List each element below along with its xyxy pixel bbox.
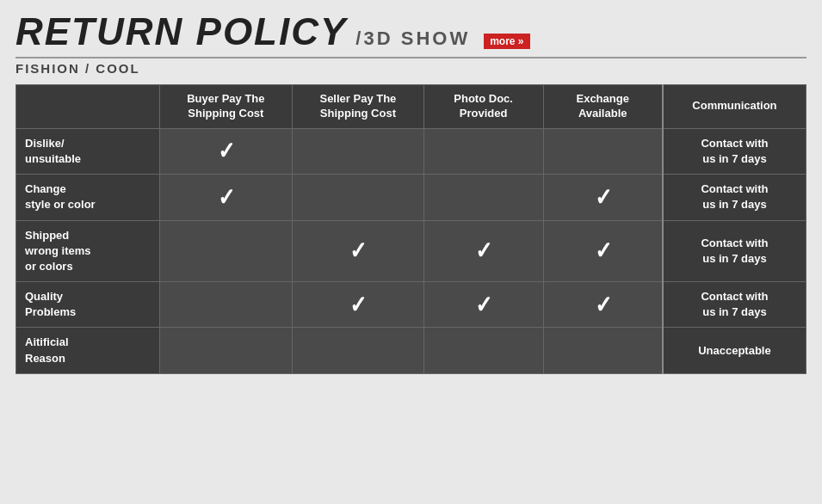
checkmark-icon: ✓: [594, 237, 611, 265]
cell-communication: Contact withus in 7 days: [663, 175, 807, 220]
table-row: Dislike/unsuitable✓Contact withus in 7 d…: [16, 128, 807, 174]
th-communication: Communication: [663, 85, 807, 129]
cell-communication: Contact withus in 7 days: [663, 128, 807, 174]
cell-exchange: ✓: [543, 282, 663, 328]
cell-buyer_pay: [159, 328, 293, 373]
row-label-cell: QualityProblems: [16, 282, 160, 328]
th-empty: [16, 85, 160, 129]
cell-exchange: ✓: [543, 220, 663, 282]
checkmark-icon: ✓: [349, 291, 367, 319]
cell-seller_pay: ✓: [293, 220, 424, 282]
checkmark-icon: ✓: [475, 291, 492, 319]
checkmark-icon: ✓: [218, 137, 235, 165]
th-seller-pay: Seller Pay TheShipping Cost: [293, 85, 424, 129]
cell-photo_doc: [423, 175, 543, 220]
cell-seller_pay: [293, 328, 424, 373]
row-label-cell: AitificialReason: [16, 328, 160, 373]
page-title-sub: /3D SHOW: [355, 28, 470, 50]
cell-exchange: [543, 128, 663, 174]
page-wrapper: RETURN POLICY /3D SHOW more » FISHION / …: [0, 0, 822, 504]
row-label-cell: Shippedwrong itemsor colors: [16, 220, 160, 282]
cell-buyer_pay: ✓: [159, 128, 293, 174]
cell-exchange: [543, 328, 663, 373]
cell-communication: Unacceptable: [663, 328, 807, 373]
header: RETURN POLICY /3D SHOW more »: [15, 10, 807, 53]
cell-photo_doc: [423, 328, 543, 373]
checkmark-icon: ✓: [594, 291, 611, 319]
th-buyer-pay: Buyer Pay TheShipping Cost: [159, 85, 293, 129]
row-label-cell: Dislike/unsuitable: [16, 128, 160, 174]
checkmark-icon: ✓: [475, 237, 492, 265]
checkmark-icon: ✓: [594, 183, 611, 212]
cell-seller_pay: [293, 175, 424, 220]
th-exchange: ExchangeAvailable: [543, 85, 663, 129]
cell-buyer_pay: [159, 220, 293, 282]
cell-communication: Contact withus in 7 days: [663, 282, 807, 328]
checkmark-icon: ✓: [218, 183, 235, 212]
header-subtitle: FISHION / COOL: [15, 57, 807, 76]
table-row: AitificialReasonUnacceptable: [16, 328, 807, 373]
cell-exchange: ✓: [543, 175, 663, 220]
policy-table: Buyer Pay TheShipping Cost Seller Pay Th…: [15, 84, 807, 374]
cell-photo_doc: ✓: [423, 220, 543, 282]
cell-photo_doc: [423, 128, 543, 174]
page-title-main: RETURN POLICY: [15, 10, 347, 53]
row-label-cell: Changestyle or color: [16, 175, 160, 220]
checkmark-icon: ✓: [349, 237, 367, 265]
table-row: Changestyle or color✓✓Contact withus in …: [16, 175, 807, 220]
th-photo-doc: Photo Doc.Provided: [423, 85, 543, 129]
cell-communication: Contact withus in 7 days: [663, 220, 807, 282]
table-header-row: Buyer Pay TheShipping Cost Seller Pay Th…: [16, 85, 807, 129]
table-row: QualityProblems✓✓✓Contact withus in 7 da…: [16, 282, 807, 328]
more-button[interactable]: more »: [484, 34, 529, 49]
cell-seller_pay: ✓: [293, 282, 424, 328]
cell-seller_pay: [293, 128, 424, 174]
cell-buyer_pay: ✓: [159, 175, 293, 220]
cell-buyer_pay: [159, 282, 293, 328]
table-row: Shippedwrong itemsor colors✓✓✓Contact wi…: [16, 220, 807, 282]
cell-photo_doc: ✓: [423, 282, 543, 328]
